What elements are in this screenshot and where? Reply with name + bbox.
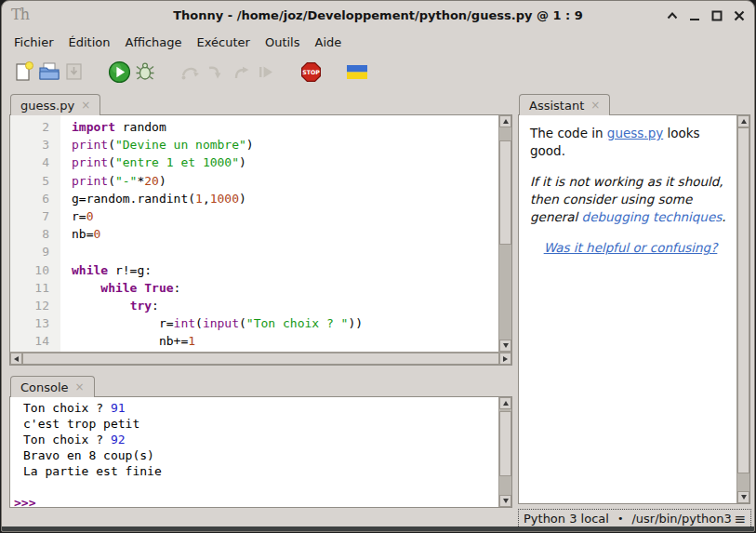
new-file-icon [13, 60, 35, 83]
step-out-icon [230, 60, 252, 83]
scroll-down-button[interactable] [499, 340, 511, 352]
backend-name[interactable]: Python 3 local [524, 512, 609, 526]
scroll-left-button[interactable] [10, 353, 22, 365]
assistant-link[interactable]: guess.py [607, 126, 663, 140]
assistant-link[interactable]: debugging techniques [582, 209, 723, 224]
scroll-down-button[interactable] [499, 495, 511, 507]
thonny-window: Th Thonny - /home/joz/Developpement/pyth… [1, 0, 755, 532]
save-file-button[interactable] [61, 60, 86, 85]
assistant-vscrollbar[interactable] [736, 115, 749, 503]
window-title: Thonny - /home/joz/Developpement/python/… [2, 8, 754, 22]
menu-aide[interactable]: Aide [307, 33, 349, 52]
scroll-thumb[interactable] [737, 127, 749, 473]
scroll-right-button[interactable] [499, 353, 511, 365]
step-out-button[interactable] [228, 60, 253, 85]
run-icon [108, 60, 131, 84]
scroll-track[interactable] [499, 409, 511, 495]
arrow-down-icon [503, 343, 509, 348]
scroll-track[interactable] [737, 127, 749, 491]
line-number: 6 [10, 192, 60, 209]
backend-menu-icon[interactable]: ≡ [734, 511, 746, 527]
backend-status-bar[interactable]: Python 3 local • /usr/bin/python3 ≡ [518, 509, 751, 528]
backend-path[interactable]: /usr/bin/python3 [631, 512, 734, 526]
editor-hscrollbar[interactable] [10, 352, 511, 365]
line-number: 13 [10, 316, 60, 334]
stop-sign-icon: STOP [299, 60, 323, 84]
open-folder-icon [38, 60, 60, 83]
tab-label: Console [20, 380, 69, 394]
new-file-button[interactable] [11, 60, 36, 85]
debug-script-button[interactable] [132, 60, 157, 85]
tab-assistant[interactable]: Assistant × [519, 94, 610, 115]
step-into-button[interactable] [203, 60, 228, 85]
scroll-up-button[interactable] [499, 115, 511, 127]
assistant-link[interactable]: Was it helpful or confusing? [544, 240, 718, 255]
tab-close-icon[interactable]: × [590, 100, 600, 111]
open-file-button[interactable] [36, 60, 61, 85]
line-number: 8 [10, 227, 60, 245]
scroll-up-button[interactable] [737, 115, 749, 127]
debug-bug-icon [134, 60, 156, 83]
resume-button[interactable] [253, 60, 278, 85]
run-script-button[interactable] [107, 60, 132, 85]
console-prompt[interactable]: >>> [10, 496, 498, 507]
step-over-button[interactable] [178, 60, 203, 85]
code-line: import random [72, 120, 498, 138]
line-number: 4 [10, 155, 60, 173]
menu-fichier[interactable]: Fichier [7, 33, 61, 52]
titlebar[interactable]: Th Thonny - /home/joz/Developpement/pyth… [2, 1, 754, 31]
line-number: 10 [10, 263, 60, 281]
scroll-track[interactable] [22, 353, 499, 365]
menu-executer[interactable]: Exécuter [190, 33, 258, 52]
console-line: Bravo en 8 coup(s) [10, 448, 498, 464]
code-line: nb+=1 [72, 334, 498, 352]
editor-gutter: 234567891011121314 [10, 115, 60, 352]
tab-console[interactable]: Console × [10, 376, 95, 397]
statusbar-separator: • [617, 513, 624, 525]
stop-button[interactable]: STOP [298, 60, 324, 85]
console-vscrollbar[interactable] [498, 397, 511, 507]
tab-guess-py[interactable]: guess.py × [10, 94, 100, 115]
code-line: while r!=g: [72, 263, 498, 281]
tab-close-icon[interactable]: × [75, 381, 85, 393]
arrow-down-icon [503, 499, 509, 503]
support-ukraine-button[interactable] [344, 60, 369, 85]
menu-outils[interactable]: Outils [258, 33, 308, 52]
code-line [72, 245, 498, 262]
assistant-text: . [722, 209, 725, 224]
console-output[interactable]: Ton choix ? 91c'est trop petitTon choix … [10, 397, 498, 507]
scroll-down-button[interactable] [737, 491, 749, 503]
code-line: g=random.randint(1,1000) [72, 192, 498, 209]
close-button[interactable] [729, 6, 749, 25]
code-line: print("-"*20) [72, 174, 498, 192]
editor-code-area[interactable]: import randomprint("Devine un nombre")pr… [60, 115, 498, 352]
console-line [10, 480, 498, 496]
svg-text:STOP: STOP [302, 68, 320, 74]
tab-label: guess.py [20, 99, 74, 113]
panel-sash[interactable] [512, 114, 518, 508]
code-line: r=int(input("Ton choix ? ")) [72, 316, 498, 334]
maximize-button[interactable] [707, 6, 726, 25]
step-into-icon [205, 60, 227, 83]
resume-icon [255, 60, 277, 83]
menu-edition[interactable]: Édition [61, 33, 118, 52]
line-number: 11 [10, 281, 60, 299]
line-number: 7 [10, 209, 60, 227]
code-line: print("Devine un nombre") [72, 138, 498, 155]
save-icon [63, 60, 86, 83]
scroll-thumb[interactable] [22, 353, 499, 365]
scroll-thumb[interactable] [499, 140, 511, 245]
scroll-track[interactable] [499, 127, 511, 340]
tab-close-icon[interactable]: × [81, 100, 90, 111]
assistant-paragraph: If it is not working as it should, then … [530, 173, 731, 226]
shade-button[interactable] [662, 6, 682, 25]
minimize-button[interactable] [684, 6, 704, 25]
scroll-up-button[interactable] [499, 397, 511, 409]
line-number: 14 [10, 334, 60, 352]
scroll-thumb[interactable] [499, 411, 511, 476]
menu-affichage[interactable]: Affichage [117, 33, 189, 52]
assistant-panel: The code in guess.py looks good.If it is… [518, 114, 750, 504]
code-line: nb=0 [72, 227, 498, 245]
editor-vscrollbar[interactable] [498, 115, 511, 352]
tab-label: Assistant [529, 99, 584, 113]
